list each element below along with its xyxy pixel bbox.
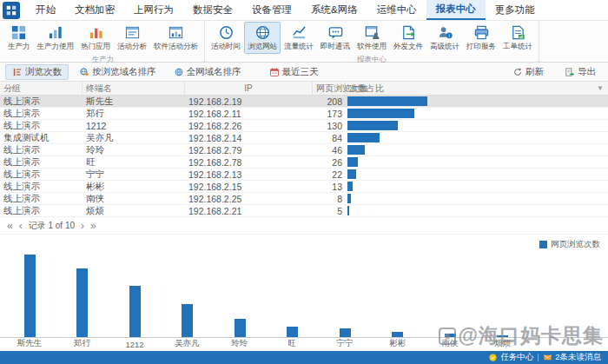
chart-x-label: 南侠 (442, 338, 459, 349)
count-bar (347, 182, 353, 191)
table-row[interactable]: 线上演示宁宁192.168.2.1322 (0, 169, 608, 181)
unread-messages-label: 2条未读消息 (555, 352, 601, 363)
date-range-filter[interactable]: 最近三天 (262, 64, 326, 80)
menu-item[interactable]: 开始 (26, 0, 65, 20)
table-row[interactable]: 集成测试机吴亦凡192.168.2.1484 (0, 132, 608, 144)
ribbon-button[interactable]: i高级统计 (426, 22, 463, 54)
ribbon-button[interactable]: 流量统计 (281, 22, 317, 54)
chart-x-label: 1212 (125, 340, 143, 349)
ribbon-button[interactable]: 外发文件 (390, 22, 426, 54)
menu-item[interactable]: 设备管理 (242, 0, 301, 20)
cell-count: 46 (313, 145, 346, 156)
table-row[interactable]: 线上演示郑行192.168.2.11173 (0, 108, 608, 120)
menu-item[interactable]: 运维中心 (367, 0, 426, 20)
last-page-button[interactable]: » (90, 221, 96, 231)
cell-count: 13 (313, 182, 346, 192)
column-header[interactable]: IP (185, 82, 313, 95)
menu-item[interactable]: 系统&网络 (301, 0, 367, 20)
ribbon-button-label: 生产力使用 (37, 42, 75, 52)
chart-plot-area (0, 250, 608, 338)
svg-text:i: i (448, 32, 449, 38)
cell-ip: 192.168.2.21 (185, 206, 313, 216)
chart-bar (445, 334, 456, 337)
report-tab[interactable]: 全网域名排序 (167, 64, 248, 80)
chart-x-label: 旺 (288, 338, 297, 349)
column-header[interactable]: 次数占比▼ (346, 82, 608, 95)
export-icon (565, 67, 575, 77)
unread-messages-button[interactable]: 2条未读消息 (543, 352, 601, 363)
table-header: 分组终端名IP网页浏览次数次数占比▼ (0, 82, 608, 96)
cell-ip: 192.168.2.79 (185, 145, 313, 156)
sort-desc-icon[interactable]: ▼ (597, 84, 604, 92)
task-center-button[interactable]: 任务中心 (488, 352, 533, 363)
app-menu-button[interactable] (3, 2, 20, 19)
productivity-grid-icon (10, 24, 27, 41)
report-tab[interactable]: 浏览次数 (5, 64, 69, 80)
count-bar (347, 157, 358, 167)
table-row[interactable]: 线上演示烦烦192.168.2.215 (0, 205, 608, 217)
menu-item[interactable]: 报表中心 (426, 0, 486, 20)
ribbon-button-label: 打印服务 (466, 42, 496, 52)
menu-item[interactable]: 数据安全 (183, 0, 242, 20)
cell-terminal-name: 南侠 (83, 193, 185, 205)
cell-count-bar (346, 144, 608, 156)
ribbon-button-label: 生产力 (8, 42, 30, 52)
chart-x-label: 吴亦凡 (175, 338, 200, 349)
ribbon-button[interactable]: 软件使用 (354, 22, 390, 54)
ribbon-button[interactable]: 工单统计 (499, 22, 536, 54)
cell-group: 线上演示 (0, 169, 83, 181)
chart-bar (24, 255, 36, 337)
calendar-icon (269, 67, 280, 77)
table-row[interactable]: 线上演示斯先生192.168.2.19208 (0, 96, 608, 108)
count-bar (347, 96, 427, 106)
menu-item[interactable]: 上网行为 (124, 0, 183, 20)
ribbon-button[interactable]: 活动分析 (114, 22, 150, 54)
ribbon-button[interactable]: 打印服务 (463, 22, 499, 54)
cell-terminal-name: 旺 (83, 156, 185, 169)
menu-item[interactable]: 更多功能 (486, 0, 545, 20)
ribbon-button[interactable]: 热门应用 (77, 22, 114, 54)
column-header[interactable]: 分组 (0, 82, 83, 95)
refresh-button[interactable]: 刷新 (506, 64, 551, 80)
report-tab[interactable]: 按浏览域名排序 (72, 64, 163, 80)
table-row[interactable]: 线上演示玲玲192.168.2.7946 (0, 144, 608, 156)
cell-group: 线上演示 (0, 96, 83, 108)
cell-count: 84 (313, 133, 346, 143)
first-page-button[interactable]: « (7, 221, 13, 231)
cell-count-bar (346, 205, 608, 216)
ribbon-button[interactable]: 浏览网站 (244, 22, 281, 54)
column-header-label: 终端名 (86, 83, 112, 95)
activity-analysis-icon (124, 24, 141, 41)
cell-ip: 192.168.2.26 (185, 121, 313, 131)
cell-count-bar (346, 120, 608, 131)
cell-count: 130 (313, 121, 346, 131)
cell-count-bar (346, 193, 608, 204)
productivity-usage-icon (47, 24, 63, 41)
table-row[interactable]: 线上演示1212192.168.2.26130 (0, 120, 608, 132)
table-row[interactable]: 线上演示南侠192.168.2.258 (0, 193, 608, 205)
advanced-stats-icon: i (437, 24, 453, 41)
prev-page-button[interactable]: ‹ (19, 221, 23, 231)
cell-count: 208 (313, 96, 346, 107)
column-header[interactable]: 终端名 (83, 82, 185, 95)
table-row[interactable]: 线上演示旺192.168.2.7826 (0, 156, 608, 169)
domain-sort-icon (79, 67, 89, 77)
cell-count: 26 (313, 157, 346, 168)
ribbon-button[interactable]: 生产力使用 (34, 22, 78, 54)
export-button[interactable]: 导出 (558, 64, 603, 80)
ribbon-button[interactable]: 软件活动分析 (150, 22, 202, 54)
count-bar (347, 169, 356, 179)
software-usage-icon (364, 24, 380, 41)
app-grid-icon (5, 4, 17, 17)
report-tabs: 浏览次数按浏览域名排序全网域名排序 (5, 64, 248, 80)
ribbon-button[interactable]: 生产力 (4, 22, 34, 54)
next-page-button[interactable]: › (81, 221, 84, 231)
count-bar (347, 133, 380, 142)
ribbon-button[interactable]: 即时通讯 (317, 22, 354, 54)
column-header[interactable]: 网页浏览次数 (313, 82, 346, 95)
menu-item[interactable]: 文档加密 (65, 0, 124, 20)
ribbon-button[interactable]: 活动时间 (208, 22, 244, 54)
table-row[interactable]: 线上演示彬彬192.168.2.1513 (0, 181, 608, 193)
ribbon-button-label: 活动分析 (117, 42, 147, 52)
report-toolbar: 浏览次数按浏览域名排序全网域名排序 最近三天 刷新 导出 (0, 63, 608, 82)
